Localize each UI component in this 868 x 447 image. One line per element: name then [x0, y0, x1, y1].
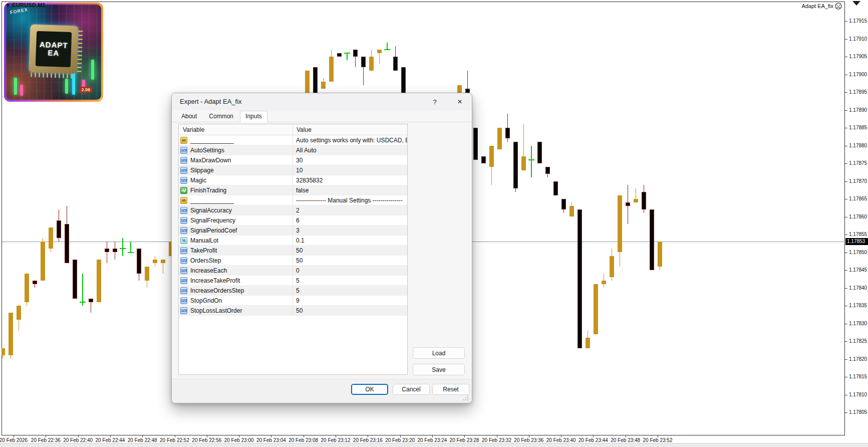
table-row[interactable]: 123MaxDrawDown30 [179, 155, 407, 165]
value-cell[interactable]: 30 [293, 155, 407, 165]
123-type-icon: 123 [180, 267, 187, 274]
candle-wick [107, 242, 107, 263]
value-cell[interactable]: Auto settings works only with: USDCAD, E… [293, 135, 407, 145]
value-cell[interactable]: false [293, 185, 407, 195]
price-axis: 1.179151.179101.179051.179001.178951.178… [845, 0, 868, 435]
variable-cell: 123Slippage [179, 165, 293, 175]
value-cell[interactable]: 50 [293, 246, 407, 255]
dialog-titlebar[interactable]: Expert - Adapt EA_fix ? ✕ [172, 93, 472, 110]
bull-candle [97, 260, 101, 302]
table-row[interactable]: 123IncreaseTakeProfit5 [179, 276, 407, 286]
price-axis-label: 1.17875 [849, 160, 867, 166]
cancel-button[interactable]: Cancel [393, 384, 430, 395]
table-row[interactable]: 123Slippage10 [179, 165, 407, 175]
table-row[interactable]: 123StopGridOn9 [179, 296, 407, 306]
value-cell[interactable]: 5 [293, 286, 407, 295]
value-cell[interactable]: 9 [293, 296, 407, 305]
candle-wick [122, 238, 123, 256]
close-icon[interactable]: ✕ [454, 96, 466, 107]
variable-name: TakeProfit [190, 247, 217, 254]
table-row[interactable]: FinishTradingfalse [179, 185, 407, 195]
123-type-icon: 123 [180, 227, 187, 234]
table-row[interactable]: 123StopLossLastOrder50 [179, 306, 407, 316]
bull-candle [25, 274, 29, 302]
variable-cell: 123SignalAccuracy [179, 205, 293, 215]
table-row[interactable]: 123TakeProfit50 [179, 246, 407, 256]
bear-candle [481, 156, 486, 163]
ea-name-text: Adapt EA_fix [801, 3, 833, 9]
123-type-icon: 123 [180, 157, 187, 164]
variable-cell: 123IncreaseTakeProfit [179, 276, 293, 285]
table-row[interactable]: ab_____________Auto settings works only … [179, 135, 407, 145]
price-axis-label: 1.17880 [849, 143, 867, 148]
table-row[interactable]: 123AutoSettingsAll Auto [179, 145, 407, 155]
tab-inputs[interactable]: Inputs [240, 111, 267, 122]
chip-label: ADAPT EA [36, 31, 72, 67]
price-axis-label: 1.17805 [849, 409, 867, 415]
price-axis-label: 1.17860 [849, 214, 867, 219]
bull-candle [521, 156, 526, 170]
value-cell[interactable]: 6 [293, 215, 407, 225]
tab-common[interactable]: Common [203, 111, 239, 122]
value-cell[interactable]: --------------- Manual Settings --------… [293, 195, 407, 205]
tab-about[interactable]: About [176, 111, 202, 122]
bear-candle [473, 128, 478, 160]
value-cell[interactable]: 3 [293, 226, 407, 235]
ok-button[interactable]: OK [351, 384, 388, 395]
price-axis-tick [845, 92, 847, 93]
value-cell[interactable]: 0.1 [293, 236, 407, 245]
table-row[interactable]: ab_____________--------------- Manual Se… [179, 195, 407, 205]
value-cell[interactable]: All Auto [293, 145, 407, 155]
save-button[interactable]: Save [413, 364, 465, 375]
table-row[interactable]: 123IncreaseEach0 [179, 266, 407, 276]
doji-candle [344, 53, 350, 54]
value-cell[interactable]: 10 [293, 165, 407, 175]
load-button[interactable]: Load [413, 347, 465, 359]
price-axis-tick [845, 395, 847, 395]
price-axis-label: 1.17855 [849, 232, 867, 237]
variable-name: SignalAccuracy [190, 207, 232, 214]
variable-cell: ½ManualLot [179, 236, 293, 245]
table-row[interactable]: 123Magic32835832 [179, 175, 407, 185]
sad-face-icon[interactable] [835, 3, 842, 10]
candle-wick [531, 146, 532, 178]
123-type-icon: 123 [180, 257, 187, 264]
price-axis-tick [845, 128, 847, 128]
resize-grip[interactable] [463, 394, 469, 400]
table-row[interactable]: 123IncreaseOrdersStep5 [179, 286, 407, 296]
variable-cell: 123MaxDrawDown [179, 155, 293, 165]
bear-candle [113, 249, 117, 252]
price-axis-label: 1.17835 [849, 303, 867, 308]
value-cell[interactable]: 50 [293, 256, 407, 265]
bear-candle [353, 50, 358, 57]
table-row[interactable]: 123SignalPeriodCoef3 [179, 226, 407, 236]
variable-name: MaxDrawDown [190, 157, 231, 164]
value-cell[interactable]: 5 [293, 276, 407, 285]
value-cell[interactable]: 32835832 [293, 175, 407, 185]
variable-name: StopLossLastOrder [190, 307, 242, 314]
variable-cell: 123StopLossLastOrder [179, 306, 293, 315]
price-axis-label: 1.17840 [849, 285, 867, 291]
neon-bar-decoration [20, 85, 23, 96]
price-axis-label: 1.17850 [849, 250, 867, 255]
window-bottom-strip [0, 443, 868, 447]
table-body: ab_____________Auto settings works only … [179, 135, 407, 316]
value-cell[interactable]: 2 [293, 205, 407, 215]
price-axis-label: 1.17890 [849, 107, 867, 113]
bull-candle [569, 206, 574, 216]
table-row[interactable]: 123SignalFrequency6 [179, 215, 407, 226]
value-cell[interactable]: 0 [293, 266, 407, 275]
inputs-table: Variable Value ab_____________Auto setti… [178, 124, 408, 375]
bear-candle [137, 249, 141, 274]
table-row[interactable]: 123OrdersStep50 [179, 256, 407, 266]
table-row[interactable]: ½ManualLot0.1 [179, 236, 407, 246]
value-cell[interactable]: 50 [293, 306, 407, 315]
bool-type-icon [180, 187, 187, 194]
variable-name: OrdersStep [190, 257, 221, 264]
chart-shift-marker[interactable] [852, 1, 860, 6]
table-row[interactable]: 123SignalAccuracy2 [179, 205, 407, 215]
reset-button[interactable]: Reset [432, 384, 469, 395]
bull-candle [49, 228, 53, 249]
ea-status-label[interactable]: Adapt EA_fix [801, 3, 842, 10]
help-button[interactable]: ? [429, 96, 441, 107]
